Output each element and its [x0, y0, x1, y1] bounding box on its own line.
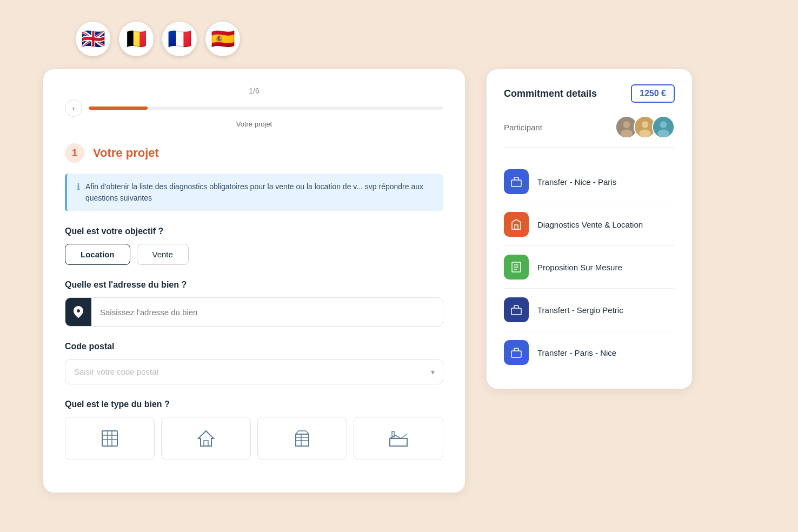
- objective-btn-group: Location Vente: [65, 244, 443, 265]
- participant-row: Participant: [504, 116, 675, 148]
- commitment-card: Commitment details 1250 € Participant: [487, 69, 692, 389]
- progress-label: 1/6: [65, 87, 443, 95]
- commitment-header: Commitment details 1250 €: [504, 84, 675, 103]
- postal-select[interactable]: Saisir votre code postal: [65, 359, 443, 384]
- svg-rect-0: [102, 431, 117, 446]
- property-type-building[interactable]: [257, 417, 347, 460]
- svg-point-21: [621, 130, 633, 137]
- address-input-wrapper: [65, 297, 443, 327]
- svg-rect-34: [511, 308, 521, 315]
- back-button[interactable]: ‹: [65, 99, 82, 117]
- service-icon-diagnostics: [504, 212, 529, 237]
- progress-track: [89, 107, 443, 110]
- svg-point-23: [642, 121, 649, 128]
- property-type-label: Quel est le type du bien ?: [65, 400, 443, 409]
- svg-rect-6: [204, 441, 208, 446]
- svg-rect-28: [511, 180, 521, 187]
- postal-section: Code postal Saisir votre code postal ▾: [65, 342, 443, 384]
- svg-rect-35: [511, 351, 521, 357]
- progress-fill: [89, 107, 148, 110]
- info-box: ℹ Afin d'obtenir la liste des diagnostic…: [65, 174, 443, 211]
- objective-section: Quel est votre objectif ? Location Vente: [65, 227, 443, 265]
- svg-rect-7: [296, 434, 309, 446]
- svg-line-17: [401, 434, 407, 438]
- address-label: Quelle est l'adresse du bien ?: [65, 280, 443, 290]
- address-input[interactable]: [91, 300, 443, 324]
- postal-select-wrapper: Saisir votre code postal ▾: [65, 359, 443, 384]
- service-icon-transfer-nice-paris: [504, 169, 529, 194]
- property-type-section: Quel est le type du bien ?: [65, 400, 443, 460]
- avatar-3: [652, 116, 675, 138]
- step-header: 1 Votre projet: [65, 143, 443, 163]
- step-number: 1: [65, 143, 84, 163]
- info-icon: ℹ: [77, 182, 80, 192]
- location-button[interactable]: Location: [65, 244, 130, 265]
- commitment-title: Commitment details: [504, 88, 597, 99]
- svg-rect-18: [392, 431, 394, 438]
- avatars-group: [615, 116, 675, 138]
- main-layout: 1/6 ‹ Votre projet 1 Votre projet ℹ: [43, 69, 755, 493]
- vente-button[interactable]: Vente: [137, 244, 189, 265]
- price-badge: 1250 €: [631, 84, 675, 103]
- service-proposition-sur-mesure[interactable]: Proposition Sur Mesure: [504, 246, 675, 289]
- address-section: Quelle est l'adresse du bien ?: [65, 280, 443, 327]
- info-text: Afin d'obtenir la liste des diagnostics …: [85, 181, 434, 204]
- progress-area: 1/6 ‹ Votre projet: [65, 87, 443, 128]
- service-transfer-paris-nice[interactable]: Transfer - Paris - Nice: [504, 331, 675, 374]
- svg-marker-5: [198, 431, 214, 446]
- objective-label: Quel est votre objectif ?: [65, 227, 443, 236]
- property-types-group: [65, 417, 443, 460]
- service-diagnostics-vente-location[interactable]: Diagnostics Vente & Location: [504, 203, 675, 246]
- svg-point-26: [660, 121, 667, 128]
- service-name-transfer-paris-nice: Transfer - Paris - Nice: [537, 348, 616, 357]
- flag-be[interactable]: 🇧🇪: [119, 22, 154, 56]
- svg-point-24: [639, 130, 651, 137]
- service-name-proposition: Proposition Sur Mesure: [537, 263, 622, 272]
- address-pin-icon: [65, 298, 91, 326]
- service-name-diagnostics: Diagnostics Vente & Location: [537, 220, 643, 229]
- service-icon-transfert-sergio: [504, 297, 529, 322]
- svg-point-27: [657, 130, 669, 137]
- service-name-transfert-sergio: Transfert - Sergio Petric: [537, 305, 623, 315]
- svg-point-20: [623, 121, 630, 128]
- postal-label: Code postal: [65, 342, 443, 351]
- service-name-transfer-nice-paris: Transfer - Nice - Paris: [537, 177, 616, 187]
- service-transfert-sergio-petric[interactable]: Transfert - Sergio Petric: [504, 289, 675, 331]
- page-wrapper: 🇬🇧 🇧🇪 🇫🇷 🇪🇸 1/6 ‹ Votre projet: [0, 0, 798, 532]
- flag-fr[interactable]: 🇫🇷: [162, 22, 197, 56]
- step-title: Votre projet: [93, 146, 159, 160]
- property-type-factory[interactable]: [354, 417, 443, 460]
- progress-bar-row: ‹: [65, 99, 443, 117]
- service-icon-transfer-paris-nice: [504, 340, 529, 365]
- progress-sub-label: Votre projet: [65, 120, 443, 128]
- flag-uk[interactable]: 🇬🇧: [76, 22, 110, 56]
- back-icon: ‹: [72, 104, 75, 112]
- service-icon-proposition: [504, 255, 529, 280]
- svg-rect-14: [390, 438, 407, 446]
- flags-row: 🇬🇧 🇧🇪 🇫🇷 🇪🇸: [76, 22, 755, 56]
- property-type-house[interactable]: [161, 417, 251, 460]
- property-type-apartment[interactable]: [65, 417, 155, 460]
- service-transfer-nice-paris[interactable]: Transfer - Nice - Paris: [504, 161, 675, 203]
- svg-rect-29: [515, 225, 518, 229]
- participant-label: Participant: [504, 123, 542, 132]
- flag-es[interactable]: 🇪🇸: [205, 22, 240, 56]
- form-card: 1/6 ‹ Votre projet 1 Votre projet ℹ: [43, 69, 465, 493]
